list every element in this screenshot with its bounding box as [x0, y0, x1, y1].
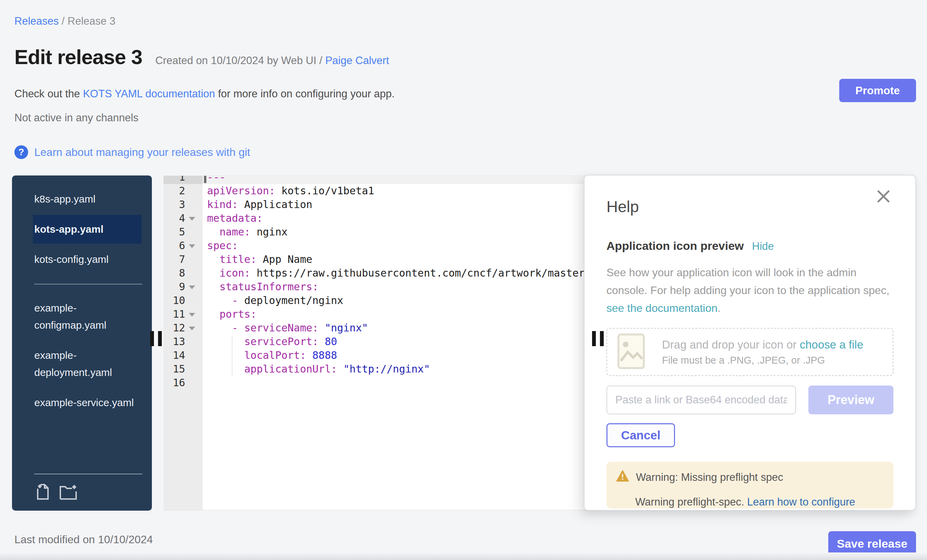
file-group-divider	[34, 284, 142, 284]
code-line-12[interactable]: 12 - serviceName: "nginx"	[164, 321, 595, 335]
image-placeholder-icon	[617, 334, 645, 370]
fold-arrow-icon[interactable]	[189, 217, 195, 221]
cancel-button[interactable]: Cancel	[606, 423, 675, 447]
breadcrumb-releases-link[interactable]: Releases	[14, 15, 59, 27]
code-text: icon: https://raw.githubusercontent.com/…	[203, 266, 591, 280]
line-number: 15	[164, 362, 203, 376]
file-group-1: k8s-app.yamlkots-app.yamlkots-config.yam…	[12, 191, 152, 268]
file-item-kots-config.yaml[interactable]: kots-config.yaml	[34, 251, 137, 268]
learn-how-to-configure-link[interactable]: Learn how to configure	[747, 496, 855, 508]
warning-detail: Warning preflight-spec. Learn how to con…	[616, 496, 884, 508]
code-line-6[interactable]: 6spec:	[164, 239, 595, 253]
code-text: kind: Application	[203, 198, 312, 211]
help-panel: Help Application icon preview Hide See h…	[584, 175, 916, 511]
file-item-example-configmap.yaml[interactable]: example-configmap.yaml	[34, 299, 137, 334]
code-text: ports:	[203, 307, 257, 321]
code-line-8[interactable]: 8 icon: https://raw.githubusercontent.co…	[164, 266, 595, 280]
created-author-link[interactable]: Paige Calvert	[325, 55, 389, 67]
preview-button[interactable]: Preview	[808, 385, 894, 414]
file-item-k8s-app.yaml[interactable]: k8s-app.yaml	[34, 191, 137, 208]
sidebar-resize-handle[interactable]	[150, 331, 162, 346]
code-line-10[interactable]: 10 - deployment/nginx	[164, 294, 595, 307]
line-number: 16	[164, 376, 203, 390]
code-line-2[interactable]: 2apiVersion: kots.io/v1beta1	[164, 184, 595, 198]
line-number: 6	[164, 239, 203, 253]
see-documentation-link[interactable]: see the documentation	[606, 302, 717, 314]
code-line-16[interactable]: 16	[164, 376, 595, 390]
line-number: 4	[164, 211, 203, 225]
warning-triangle-icon	[616, 470, 636, 485]
code-text: - serviceName: "nginx"	[203, 321, 368, 335]
line-number: 13	[164, 335, 203, 349]
add-folder-icon[interactable]	[59, 483, 78, 502]
line-number: 5	[164, 225, 203, 239]
last-modified-text: Last modified on 10/10/2024	[14, 533, 153, 546]
file-item-example-deployment.yaml[interactable]: example-deployment.yaml	[34, 347, 137, 381]
hide-link[interactable]: Hide	[752, 240, 774, 253]
sidebar-footer	[12, 473, 152, 511]
code-text: localPort: 8888	[203, 349, 337, 362]
preflight-warning-box: Warning: Missing preflight spec Warning …	[606, 461, 894, 508]
close-icon[interactable]	[875, 188, 891, 206]
icon-dropzone[interactable]: Drag and drop your icon or choose a file…	[606, 328, 894, 376]
line-number: 12	[164, 321, 203, 335]
dropzone-text-pre: Drag and drop your icon or	[662, 338, 800, 351]
code-line-5[interactable]: 5 name: nginx	[164, 225, 595, 239]
code-line-11[interactable]: 11 ports:	[164, 307, 595, 321]
icon-preview-section-title: Application icon preview	[606, 239, 744, 253]
line-number: 14	[164, 349, 203, 362]
yaml-code-editor[interactable]: 1---2apiVersion: kots.io/v1beta13kind: A…	[164, 176, 595, 510]
help-panel-resize-handle[interactable]	[592, 331, 604, 346]
warning-detail-pre: Warning preflight-spec.	[635, 496, 747, 508]
file-group-2: example-configmap.yamlexample-deployment…	[12, 299, 152, 411]
line-number: 3	[164, 198, 203, 211]
bottom-fade	[0, 552, 927, 560]
file-item-kots-app.yaml[interactable]: kots-app.yaml	[33, 215, 141, 244]
created-prefix: Created on 10/10/2024 by Web UI /	[155, 55, 325, 67]
code-line-9[interactable]: 9 statusInformers:	[164, 280, 595, 294]
question-circle-icon: ?	[14, 145, 28, 159]
add-file-icon[interactable]	[34, 483, 52, 502]
breadcrumb-separator: /	[59, 15, 68, 27]
file-tree-sidebar: k8s-app.yamlkots-app.yamlkots-config.yam…	[12, 176, 152, 511]
choose-file-link[interactable]: choose a file	[800, 338, 863, 351]
fold-arrow-icon[interactable]	[189, 285, 195, 289]
fold-arrow-icon[interactable]	[189, 244, 195, 248]
code-text: name: nginx	[203, 225, 288, 239]
warning-title: Warning: Missing preflight spec	[636, 471, 783, 484]
code-text: - deployment/nginx	[203, 294, 343, 307]
icon-preview-description: See how your application icon will look …	[606, 264, 894, 317]
line-number: 8	[164, 266, 203, 280]
line-number: 2	[164, 184, 203, 198]
code-line-1[interactable]: 1---	[164, 176, 595, 184]
breadcrumb-current: Release 3	[68, 15, 115, 27]
desc-post: .	[717, 302, 720, 314]
code-text	[203, 376, 207, 390]
indent-guide	[232, 336, 233, 376]
sidebar-footer-divider	[34, 473, 142, 474]
code-line-15[interactable]: 15 applicationUrl: "http://nginx"	[164, 362, 595, 376]
fold-arrow-icon[interactable]	[189, 326, 195, 330]
desc-pre: See how your application icon will look …	[606, 266, 889, 296]
icon-url-input[interactable]	[606, 385, 796, 414]
help-panel-title: Help	[606, 197, 894, 216]
promote-button[interactable]: Promote	[839, 79, 916, 102]
code-text: spec:	[203, 239, 238, 253]
git-help-link[interactable]: ? Learn about managing your releases wit…	[14, 145, 250, 159]
code-line-14[interactable]: 14 localPort: 8888	[164, 349, 595, 362]
code-line-4[interactable]: 4metadata:	[164, 211, 595, 225]
code-line-7[interactable]: 7 title: App Name	[164, 253, 595, 266]
dropzone-sub-text: File must be a .PNG, .JPEG, or .JPG	[662, 355, 863, 366]
code-line-3[interactable]: 3kind: Application	[164, 198, 595, 211]
line-number: 11	[164, 307, 203, 321]
page-title: Edit release 3	[14, 45, 142, 69]
code-text: ---	[203, 176, 226, 184]
line-number: 7	[164, 253, 203, 266]
file-item-example-service.yaml[interactable]: example-service.yaml	[34, 394, 137, 411]
code-line-13[interactable]: 13 servicePort: 80	[164, 335, 595, 349]
release-editor-page: { "breadcrumb": { "link": "Releases", "s…	[0, 0, 927, 560]
kots-yaml-doc-link[interactable]: KOTS YAML documentation	[83, 88, 215, 100]
breadcrumb: Releases / Release 3	[14, 15, 115, 27]
git-help-label: Learn about managing your releases with …	[34, 146, 250, 159]
fold-arrow-icon[interactable]	[189, 313, 195, 317]
